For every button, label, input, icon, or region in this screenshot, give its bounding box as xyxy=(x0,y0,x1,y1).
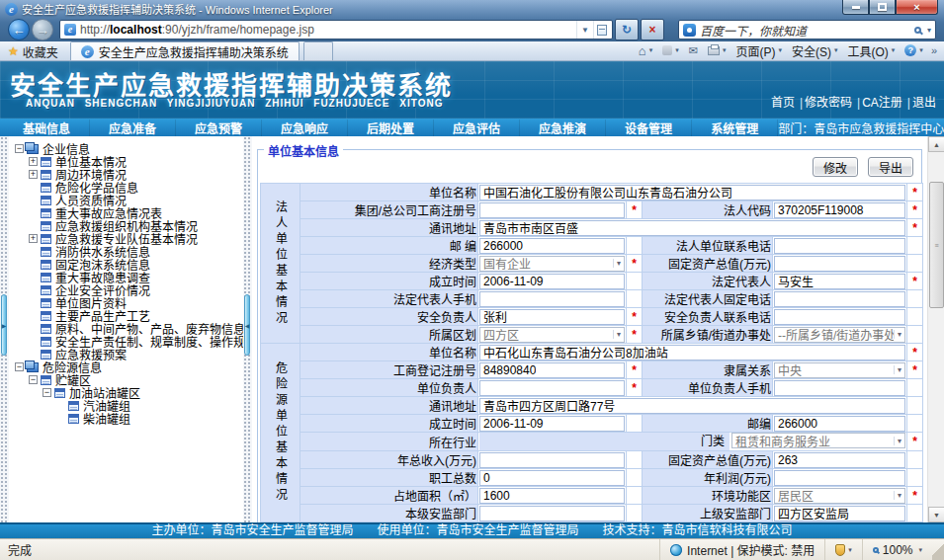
vertical-scrollbar[interactable]: ▲ ≡ ▼ xyxy=(927,136,944,522)
form-input[interactable]: 2006-11-09 xyxy=(479,274,625,289)
form-input[interactable] xyxy=(479,506,625,521)
form-input[interactable]: 2006-11-09 xyxy=(479,416,625,432)
menu-item[interactable]: 应急准备 xyxy=(90,120,176,136)
collapse-icon[interactable]: − xyxy=(15,362,24,371)
required-star: * xyxy=(632,257,637,271)
resize-grip[interactable] xyxy=(932,539,944,560)
top-link[interactable]: CA注册 xyxy=(862,96,902,110)
scrollbar-thumb[interactable]: ≡ xyxy=(929,182,944,308)
close-button[interactable]: × xyxy=(896,0,938,15)
search-box[interactable]: 百度一下，你就知道 ▾ xyxy=(678,20,936,40)
read-mail-button[interactable]: ✉ xyxy=(684,41,703,59)
search-placeholder[interactable]: 百度一下，你就知道 xyxy=(700,22,912,39)
form-input[interactable]: 0 xyxy=(479,470,625,486)
form-input[interactable]: 马安生 xyxy=(774,274,905,289)
form-label: 工商登记注册号 xyxy=(300,361,478,379)
collapse-handle[interactable]: ◀ xyxy=(244,294,250,356)
form-input[interactable] xyxy=(774,309,905,325)
app-subtitle: ANQUAN SHENGCHAN YINGJIJIUYUAN ZHIHUI FU… xyxy=(26,98,443,109)
form-input[interactable] xyxy=(479,452,625,468)
feeds-button[interactable]: ▾ xyxy=(657,41,684,59)
url-text[interactable]: http://localhost:90/yjzh/frame/homepage.… xyxy=(80,23,576,37)
tree-splitter[interactable]: ◀ xyxy=(243,136,252,522)
tools-menu-button[interactable]: 工具(O)▾ xyxy=(843,41,901,59)
form-input[interactable]: 84890840 xyxy=(479,362,625,378)
address-bar[interactable]: e http://localhost:90/yjzh/frame/homepag… xyxy=(59,20,613,40)
form-input[interactable]: 263 xyxy=(774,452,905,468)
export-button[interactable]: 导出 xyxy=(868,157,913,177)
tree-item[interactable]: 柴油罐组 xyxy=(9,412,243,425)
collapse-icon[interactable]: − xyxy=(15,144,24,153)
form-input[interactable]: 张利 xyxy=(479,309,625,325)
menu-item[interactable]: 应急响应 xyxy=(262,120,348,136)
form-input[interactable] xyxy=(774,238,905,254)
menu-item[interactable]: 基础信息 xyxy=(4,120,90,136)
form-input[interactable] xyxy=(774,470,905,486)
menu-item[interactable]: 系统管理 xyxy=(692,120,778,136)
search-icon[interactable] xyxy=(914,27,921,34)
form-select[interactable]: --所属乡镇/街道办事处--▾ xyxy=(774,327,905,343)
form-input[interactable]: 266000 xyxy=(774,416,905,432)
form-select[interactable]: 租赁和商务服务业▾ xyxy=(731,433,905,448)
form-input[interactable] xyxy=(774,380,905,396)
form-input[interactable]: 青岛市四方区周口路77号 xyxy=(479,398,905,414)
refresh-button[interactable]: ↻ xyxy=(615,19,639,40)
collapse-icon[interactable]: − xyxy=(29,375,38,384)
expand-icon[interactable]: + xyxy=(29,170,38,179)
form-input[interactable]: 266000 xyxy=(479,238,625,254)
back-button[interactable]: ← xyxy=(8,19,30,40)
form-select[interactable]: 中央▾ xyxy=(774,362,905,378)
zoom-control[interactable]: 100% ▾ xyxy=(862,539,932,560)
form-input[interactable] xyxy=(479,291,625,307)
form-input[interactable] xyxy=(479,380,625,396)
expand-icon[interactable]: + xyxy=(29,234,38,243)
collapse-handle-left[interactable]: ▶ xyxy=(1,294,7,356)
expand-icon[interactable]: + xyxy=(29,157,38,166)
help-menu-button[interactable]: ?▾ xyxy=(900,41,928,59)
form-input[interactable]: 1600 xyxy=(479,488,625,504)
maximize-button[interactable] xyxy=(869,0,896,15)
form-label: 单位负责人手机 xyxy=(643,379,773,397)
stop-button[interactable]: × xyxy=(641,19,664,40)
form-input[interactable]: 青岛市市南区百盛 xyxy=(479,220,905,236)
menu-item[interactable]: 应急预警 xyxy=(176,120,262,136)
favorites-label: 收藏夹 xyxy=(23,43,58,60)
more-commands-chevron[interactable]: » xyxy=(928,44,940,56)
favorites-button[interactable]: ★ 收藏夹 xyxy=(6,42,66,60)
menu-item[interactable]: 应急评估 xyxy=(434,120,520,136)
menu-item[interactable]: 设备管理 xyxy=(606,120,692,136)
minimize-button[interactable] xyxy=(842,0,869,15)
compatibility-view-icon[interactable] xyxy=(593,21,610,39)
form-select[interactable]: 居民区▾ xyxy=(774,488,905,504)
menu-item[interactable]: 应急推演 xyxy=(520,120,606,136)
browser-tab-active[interactable]: e 安全生产应急救援指挥辅助决策系统 xyxy=(70,41,300,60)
star-cell: * xyxy=(907,433,923,451)
top-link[interactable]: 退出 xyxy=(912,96,936,110)
forward-button[interactable]: → xyxy=(32,19,53,40)
form-input[interactable] xyxy=(774,256,905,272)
search-dropdown-icon[interactable]: ▾ xyxy=(927,26,931,35)
top-link[interactable]: 首页 xyxy=(771,96,795,110)
menu-item[interactable]: 后期处置 xyxy=(348,120,434,136)
scroll-up-icon[interactable]: ▲ xyxy=(928,136,944,152)
form-input[interactable]: 四方区安监局 xyxy=(774,506,905,521)
page-menu-button[interactable]: 页面(P)▾ xyxy=(730,41,787,59)
form-input[interactable]: 中国石油化工股份有限公司山东青岛石油分公司 xyxy=(479,185,905,200)
form-input[interactable]: 370205F119008 xyxy=(774,202,905,218)
print-button[interactable]: ▾ xyxy=(703,41,731,59)
top-link[interactable]: 修改密码 xyxy=(805,96,852,110)
form-input[interactable] xyxy=(479,202,625,218)
scroll-down-icon[interactable]: ▼ xyxy=(928,507,944,522)
safety-menu-button[interactable]: 安全(S)▾ xyxy=(787,41,843,59)
collapse-icon[interactable]: − xyxy=(43,388,51,397)
top-links: 首页|修改密码|CA注册|退出 xyxy=(771,93,936,110)
modify-button[interactable]: 修改 xyxy=(813,157,858,177)
protected-mode-button[interactable]: ▾ xyxy=(824,539,862,560)
form-input[interactable]: 中石化山东青岛石油分公司8加油站 xyxy=(479,345,905,360)
form-input[interactable] xyxy=(774,291,905,307)
new-tab-stub[interactable] xyxy=(303,41,333,60)
home-button[interactable]: ⌂▾ xyxy=(634,41,657,59)
form-select[interactable]: 国有企业▾ xyxy=(479,256,625,272)
address-dropdown-icon[interactable]: ▼ xyxy=(576,21,593,39)
form-select[interactable]: 四方区▾ xyxy=(479,327,625,343)
